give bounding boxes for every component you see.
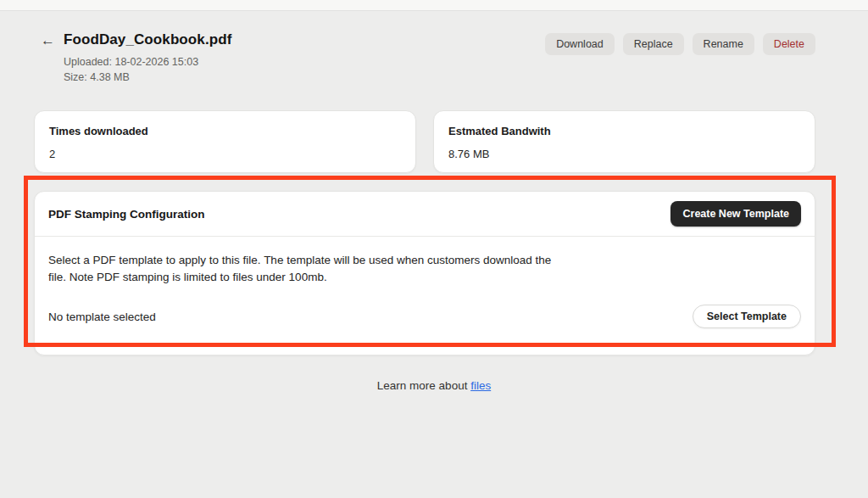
stat-card-estimated-bandwidth: Estmated Bandwith 8.76 MB — [433, 110, 815, 173]
pdf-stamping-body: Select a PDF template to apply to this f… — [35, 237, 815, 355]
page-title: FoodDay_Cookbook.pdf — [64, 31, 231, 48]
delete-button[interactable]: Delete — [763, 33, 815, 55]
file-size: Size: 4.38 MB — [64, 70, 231, 85]
stat-card-times-downloaded: Times downloaded 2 — [34, 110, 416, 173]
page-content: ← FoodDay_Cookbook.pdf Uploaded: 18-02-2… — [34, 11, 815, 355]
pdf-stamping-section: PDF Stamping Configuration Create New Te… — [34, 191, 815, 355]
stat-label: Times downloaded — [49, 125, 401, 137]
create-new-template-button[interactable]: Create New Template — [670, 201, 801, 227]
top-strip — [0, 0, 868, 11]
file-meta: Uploaded: 18-02-2026 15:03 Size: 4.38 MB — [64, 54, 231, 85]
stat-label: Estmated Bandwith — [448, 125, 800, 137]
stat-value: 2 — [49, 148, 401, 160]
replace-button[interactable]: Replace — [623, 33, 684, 55]
download-button[interactable]: Download — [545, 33, 615, 55]
stats-row: Times downloaded 2 Estmated Bandwith 8.7… — [34, 110, 815, 173]
back-arrow-icon[interactable]: ← — [41, 32, 55, 49]
file-header: ← FoodDay_Cookbook.pdf Uploaded: 18-02-2… — [34, 31, 815, 85]
pdf-stamping-header: PDF Stamping Configuration Create New Te… — [35, 192, 815, 237]
footer-text: Learn more about — [377, 379, 470, 392]
template-status-row: No template selected Select Template — [48, 305, 801, 328]
pdf-stamping-description: Select a PDF template to apply to this f… — [48, 252, 565, 286]
files-link[interactable]: files — [470, 379, 491, 392]
uploaded-date: Uploaded: 18-02-2026 15:03 — [64, 54, 231, 70]
file-actions: Download Replace Rename Delete — [545, 33, 815, 55]
no-template-status: No template selected — [48, 311, 156, 323]
stat-value: 8.76 MB — [448, 148, 800, 160]
footer-note: Learn more about files — [0, 379, 868, 392]
pdf-stamping-title: PDF Stamping Configuration — [48, 208, 205, 221]
file-head: ← FoodDay_Cookbook.pdf Uploaded: 18-02-2… — [34, 31, 231, 85]
file-title-block: FoodDay_Cookbook.pdf Uploaded: 18-02-202… — [64, 31, 231, 85]
rename-button[interactable]: Rename — [693, 33, 754, 55]
select-template-button[interactable]: Select Template — [693, 305, 801, 328]
